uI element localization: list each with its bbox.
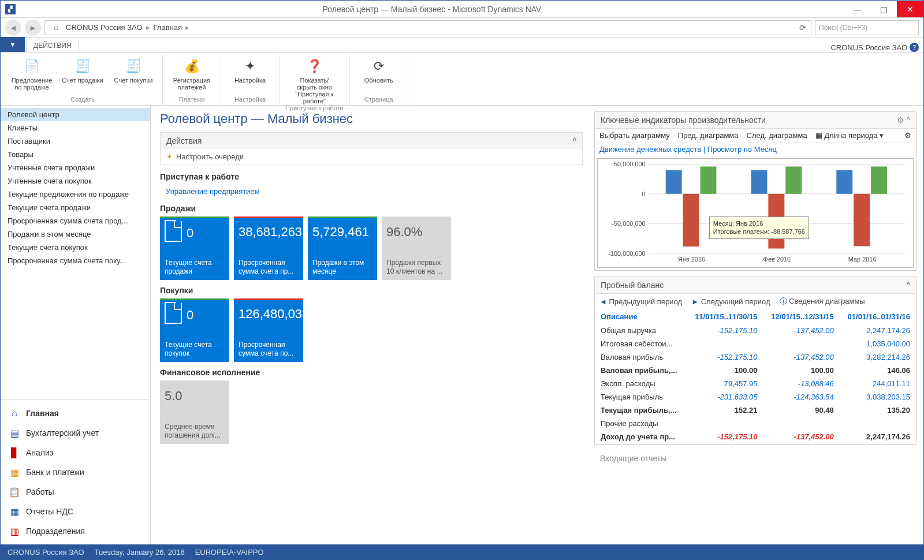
svg-rect-12: [751, 170, 767, 194]
sidebar-item[interactable]: Просроченная сумма счета прод...: [1, 214, 150, 227]
breadcrumb-page[interactable]: Главная: [154, 23, 182, 32]
tile[interactable]: 5.0Среднее время погашения долг...: [160, 380, 229, 444]
nav-item[interactable]: ⌂Главная: [1, 404, 150, 423]
home-icon[interactable]: ⌂: [50, 21, 62, 34]
ribbon-icon: 🧾: [124, 57, 143, 76]
sidebar-item[interactable]: Продажи в этом месяце: [1, 227, 150, 241]
tile[interactable]: 5,729,461Продажи в этом месяце: [308, 216, 377, 280]
ribbon-button[interactable]: 🧾Счет покупки: [110, 55, 157, 91]
tab-actions[interactable]: ДЕЙСТВИЯ: [26, 39, 79, 52]
svg-rect-8: [666, 170, 682, 194]
table-row[interactable]: Итоговая себестои...1,035,040.00: [596, 338, 915, 350]
svg-rect-14: [785, 166, 802, 193]
kpi-toolbar-item[interactable]: Пред. диаграмма: [678, 131, 739, 140]
maximize-button[interactable]: ▢: [870, 1, 897, 17]
back-button[interactable]: ◄: [5, 20, 21, 36]
ribbon-icon: 💰: [182, 57, 201, 76]
actions-panel-header[interactable]: Действия ^: [161, 133, 582, 149]
main-content: Ролевой центр — Малый бизнес Действия ^ …: [151, 106, 592, 544]
file-tab[interactable]: ▼: [1, 37, 25, 52]
gear-icon[interactable]: ⚙: [904, 131, 911, 140]
next-period[interactable]: ► Следующий период: [691, 297, 770, 306]
svg-rect-18: [871, 166, 887, 193]
chart-area: -100,000,000-50,000,000050,000,000Янв 20…: [597, 158, 914, 268]
gear-icon[interactable]: ⚙ ^: [897, 115, 910, 125]
table-row[interactable]: Текущая прибыль,...152.2190.48135.20: [596, 404, 915, 416]
incoming-reports[interactable]: Входящие отчеты: [594, 450, 916, 466]
table-row[interactable]: Прочие расходы: [596, 417, 915, 430]
status-date: Tuesday, January 26, 2016: [95, 548, 185, 557]
help-icon[interactable]: ?: [910, 43, 919, 52]
chart-info[interactable]: ⓘ Сведения диаграммы: [780, 296, 865, 307]
sidebar-item[interactable]: Клиенты: [1, 121, 150, 135]
sidebar-item[interactable]: Просроченная сумма счета поку...: [1, 254, 150, 267]
kpi-header[interactable]: Ключевые индикаторы производительности ⚙…: [595, 112, 916, 129]
nav-item[interactable]: ▥Подразделения: [1, 521, 150, 541]
table-row[interactable]: Экспл. расходы79,457.95-13,088.46244,011…: [596, 378, 915, 390]
svg-rect-10: [701, 166, 717, 193]
breadcrumb[interactable]: ⌂ CRONUS Россия ЗАО ▸ Главная ▸ ⟳: [44, 20, 811, 35]
nav-item[interactable]: ▦Отчеты НДС: [1, 502, 150, 521]
tile[interactable]: 0Текущие счета покупок: [160, 298, 229, 362]
sales-title: Продажи: [160, 204, 583, 213]
kpi-toolbar: Выбрать диаграммуПред. диаграммаСлед. ди…: [595, 129, 916, 143]
configure-queues[interactable]: ✦ Настроить очереди: [161, 149, 582, 165]
svg-text:0: 0: [642, 191, 646, 197]
nav-icon: ▤: [9, 427, 20, 439]
sidebar-item[interactable]: Текущие предложения по продаже: [1, 188, 150, 201]
ribbon-button[interactable]: 📄Предложение по продаже: [9, 55, 55, 91]
ribbon-button[interactable]: 🧾Счет продажи: [59, 55, 106, 91]
search-input[interactable]: Поиск (Ctrl+F3): [815, 20, 919, 35]
status-company: CRONUS Россия ЗАО: [8, 548, 84, 557]
forward-button[interactable]: ►: [25, 20, 41, 36]
page-title: Ролевой центр — Малый бизнес: [160, 111, 583, 126]
kpi-toolbar-item[interactable]: Выбрать диаграмму: [599, 131, 670, 140]
ribbon-button[interactable]: 💰Регистрация платежей: [169, 55, 215, 91]
sidebar-item[interactable]: Учтенные счета продажи: [1, 161, 150, 174]
nav-item[interactable]: 📋Работы: [1, 482, 150, 502]
prev-period[interactable]: ◄ Предыдущий период: [599, 297, 682, 306]
ribbon-button[interactable]: ✦Настройка: [227, 55, 273, 84]
table-row[interactable]: Текущая прибыль-231,633.05-124,363.543,0…: [596, 391, 915, 403]
gear-icon: ✦: [166, 152, 173, 161]
enterprise-management-link[interactable]: Управление предприятием: [160, 185, 583, 198]
tile[interactable]: 38,681,263Просроченная сумма счета пр...: [234, 216, 303, 280]
sidebar-item[interactable]: Ролевой центр: [1, 108, 150, 121]
nav-icon: ▥: [9, 525, 20, 537]
table-row[interactable]: Доход до учета пр...-152,175.10-137,452.…: [596, 431, 915, 443]
trial-balance-header[interactable]: Пробный баланс ^: [595, 277, 916, 294]
refresh-icon[interactable]: ⟳: [799, 23, 806, 32]
ribbon: 📄Предложение по продаже🧾Счет продажи🧾Сче…: [1, 53, 923, 106]
sidebar-item[interactable]: Товары: [1, 148, 150, 161]
kpi-toolbar-item[interactable]: След. диаграмма: [747, 131, 807, 140]
sidebar-item[interactable]: Поставщики: [1, 135, 150, 148]
ribbon-button[interactable]: ❓Показать/скрыть окно "Приступая к работ…: [291, 55, 337, 104]
tabbar: ▼ ДЕЙСТВИЯ CRONUS Россия ЗАО ?: [1, 38, 923, 53]
kpi-toolbar-item[interactable]: ▦ Длина периода ▾: [815, 131, 884, 140]
table-row[interactable]: Валовая прибыль,...100.00100.00146.06: [596, 364, 915, 376]
company-label: CRONUS Россия ЗАО ?: [830, 43, 919, 52]
tile[interactable]: 126,480,033Просроченная сумма счета по..…: [234, 298, 303, 362]
table-row[interactable]: Общая выручка-152,175.10-137,452.002,247…: [596, 324, 915, 337]
ribbon-button[interactable]: ⟳Обновить: [356, 55, 402, 84]
minimize-button[interactable]: —: [844, 1, 870, 17]
tile[interactable]: 96.0%Продажи первых 10 клиентов на ...: [382, 216, 451, 280]
sidebar-item[interactable]: Текущие счета продажи: [1, 201, 150, 214]
ribbon-icon: ❓: [305, 57, 323, 76]
document-icon: [165, 221, 182, 242]
ribbon-icon: ⟳: [370, 57, 388, 76]
nav-item[interactable]: ▊Анализ: [1, 443, 150, 462]
sidebar-item[interactable]: Учтенные счета покупок: [1, 174, 150, 188]
chart-title-link[interactable]: Движение денежных средств | Просмотр по …: [595, 143, 916, 156]
nav-item[interactable]: ▦Банк и платежи: [1, 462, 150, 482]
finance-title: Финансовое исполнение: [160, 368, 583, 377]
close-button[interactable]: ✕: [897, 1, 923, 17]
tile[interactable]: 0Текущие счета продажи: [160, 216, 229, 280]
svg-text:-50,000,000: -50,000,000: [612, 220, 645, 227]
breadcrumb-company[interactable]: CRONUS Россия ЗАО: [66, 23, 143, 32]
nav-icon: ⌂: [9, 408, 20, 419]
table-row[interactable]: Валовая прибыль-152,175.10-137,452.003,2…: [596, 351, 915, 363]
nav-item[interactable]: ▤Бухгалтерский учет: [1, 423, 150, 443]
sidebar-item[interactable]: Текущие счета покупок: [1, 241, 150, 254]
statusbar: CRONUS Россия ЗАО Tuesday, January 26, 2…: [1, 544, 923, 559]
